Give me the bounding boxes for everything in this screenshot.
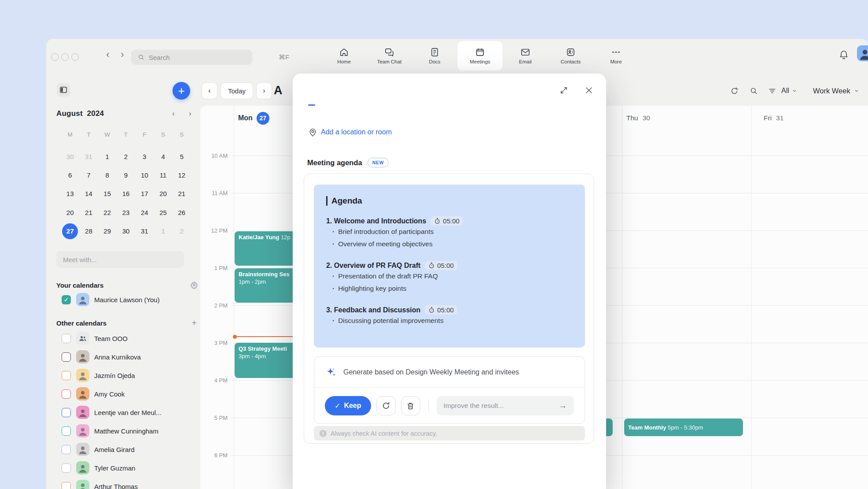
refresh-icon[interactable] bbox=[728, 84, 741, 97]
mini-calendar-day[interactable]: 31 bbox=[135, 222, 154, 241]
mini-calendar-day[interactable]: 17 bbox=[135, 185, 154, 203]
mini-calendar-day[interactable]: 1 bbox=[154, 222, 172, 241]
window-close-button[interactable] bbox=[51, 53, 59, 61]
mini-calendar-day[interactable]: 11 bbox=[154, 166, 172, 184]
create-event-button[interactable]: + bbox=[173, 82, 190, 100]
mini-calendar-day[interactable]: 28 bbox=[79, 222, 98, 241]
calendar-prev-button[interactable]: ‹ bbox=[202, 82, 217, 99]
tab-more[interactable]: More bbox=[593, 41, 639, 70]
mini-calendar-day[interactable]: 31 bbox=[79, 147, 98, 166]
mini-calendar-next-icon[interactable]: › bbox=[186, 109, 194, 118]
mini-calendar-day[interactable]: 8 bbox=[98, 166, 117, 184]
user-avatar[interactable] bbox=[857, 45, 868, 61]
calendar-row[interactable]: Tyler Guzman bbox=[46, 459, 200, 477]
add-calendar-plus-icon[interactable]: + bbox=[189, 318, 199, 328]
mini-calendar-day[interactable]: 10 bbox=[135, 166, 154, 184]
filter-all-dropdown[interactable]: All bbox=[781, 84, 797, 97]
search-events-icon[interactable] bbox=[747, 84, 760, 97]
mini-calendar-day[interactable]: 30 bbox=[117, 222, 135, 241]
mini-calendar-day[interactable]: 2 bbox=[117, 147, 135, 166]
calendar-settings-gear-icon[interactable] bbox=[189, 280, 199, 290]
mini-calendar-day[interactable]: 20 bbox=[154, 185, 172, 203]
calendar-row[interactable]: Arthur Thomas bbox=[46, 477, 200, 489]
expand-modal-icon[interactable] bbox=[559, 85, 569, 96]
add-location-link[interactable]: Add a location or room bbox=[321, 128, 392, 136]
mini-calendar-day[interactable]: 27 bbox=[61, 222, 79, 241]
calendar-row[interactable]: Jazmín Ojeda bbox=[46, 366, 200, 385]
regenerate-button[interactable] bbox=[376, 396, 396, 415]
mini-calendar-day[interactable]: 15 bbox=[98, 185, 117, 203]
mini-calendar-day[interactable]: 30 bbox=[61, 147, 79, 166]
mini-calendar-day[interactable]: 13 bbox=[61, 185, 79, 203]
checkbox[interactable] bbox=[62, 463, 71, 473]
checkbox[interactable] bbox=[62, 389, 71, 399]
calendar-row[interactable]: Leentje van der Meul... bbox=[46, 403, 200, 422]
duration-chip[interactable]: 05:00 bbox=[425, 305, 457, 315]
history-back-button[interactable]: ‹ bbox=[102, 47, 114, 62]
history-forward-button[interactable]: › bbox=[116, 47, 129, 62]
meet-with-input[interactable]: Meet with... bbox=[56, 251, 184, 268]
tab-home[interactable]: Home bbox=[321, 41, 367, 70]
checkbox[interactable] bbox=[62, 426, 71, 436]
mini-calendar-day[interactable]: 20 bbox=[61, 203, 79, 222]
window-zoom-button[interactable] bbox=[71, 53, 79, 61]
mini-calendar-day[interactable]: 26 bbox=[173, 203, 191, 222]
mini-calendar-day[interactable]: 5 bbox=[173, 147, 191, 166]
close-modal-icon[interactable] bbox=[584, 85, 594, 96]
today-button[interactable]: Today bbox=[221, 82, 253, 99]
duration-chip[interactable]: 05:00 bbox=[425, 261, 457, 270]
checkbox[interactable] bbox=[62, 334, 71, 343]
mini-calendar-day[interactable]: 9 bbox=[117, 166, 135, 184]
mini-calendar-day[interactable]: 1 bbox=[98, 147, 117, 166]
mini-calendar-day[interactable]: 7 bbox=[79, 166, 98, 184]
mini-calendar-day[interactable]: 2 bbox=[173, 222, 191, 241]
notifications-bell-icon[interactable] bbox=[838, 47, 850, 62]
calendar-row-owner[interactable]: ✓ Maurice Lawson (You) bbox=[46, 290, 200, 309]
tab-docs[interactable]: Docs bbox=[412, 41, 457, 70]
mini-calendar-day[interactable]: 3 bbox=[135, 147, 154, 166]
tab-team-chat[interactable]: Team Chat bbox=[367, 41, 412, 70]
calendar-row[interactable]: Amelia Girard bbox=[46, 440, 200, 459]
calendar-row[interactable]: Matthew Cunningham bbox=[46, 422, 200, 440]
checkbox[interactable] bbox=[62, 445, 71, 454]
delete-button[interactable] bbox=[401, 396, 420, 415]
mini-calendar-day[interactable]: 4 bbox=[154, 147, 172, 166]
checkbox[interactable] bbox=[62, 371, 71, 380]
mini-calendar-day[interactable]: 12 bbox=[173, 166, 191, 184]
mini-calendar-day[interactable]: 14 bbox=[79, 185, 98, 203]
calendar-row[interactable]: Amy Cook bbox=[46, 385, 200, 403]
tab-contacts[interactable]: Contacts bbox=[548, 41, 593, 70]
submit-arrow-icon[interactable]: → bbox=[559, 401, 567, 411]
tab-meetings[interactable]: Meetings bbox=[457, 41, 503, 70]
calendar-row[interactable]: Team OOO bbox=[46, 329, 200, 348]
mini-calendar-day[interactable]: 21 bbox=[79, 203, 98, 222]
location-row[interactable]: Add a location or room bbox=[308, 126, 392, 138]
mini-calendar-prev-icon[interactable]: ‹ bbox=[169, 109, 177, 118]
checkbox[interactable] bbox=[62, 408, 71, 417]
mini-calendar-day[interactable]: 6 bbox=[61, 166, 79, 184]
global-search-input[interactable]: Search ⌘F bbox=[131, 50, 252, 65]
calendar-next-button[interactable]: › bbox=[256, 82, 272, 99]
keep-button[interactable]: ✓ Keep bbox=[325, 396, 371, 415]
improve-result-input[interactable]: Improve the result... → bbox=[437, 396, 574, 415]
mini-calendar-day[interactable]: 21 bbox=[173, 185, 191, 203]
event-team-monthly[interactable]: Team Monthly 5pm - 5:30pm bbox=[624, 419, 743, 436]
info-icon: ! bbox=[320, 430, 327, 437]
sidebar-toggle-icon[interactable] bbox=[57, 83, 70, 96]
view-selector-dropdown[interactable]: Work Week bbox=[813, 84, 859, 97]
window-minimize-button[interactable] bbox=[61, 53, 69, 61]
checkbox[interactable] bbox=[62, 482, 71, 489]
calendar-row[interactable]: Anna Kurnikova bbox=[46, 348, 200, 366]
checkbox-checked[interactable]: ✓ bbox=[62, 295, 71, 304]
duration-chip[interactable]: 05:00 bbox=[430, 216, 463, 226]
tab-email[interactable]: Email bbox=[503, 41, 548, 70]
mini-calendar-day[interactable]: 25 bbox=[154, 203, 172, 222]
checkbox[interactable] bbox=[62, 352, 71, 362]
mini-calendar-day[interactable]: 23 bbox=[117, 203, 135, 222]
filter-icon[interactable] bbox=[765, 84, 779, 97]
mini-calendar-day[interactable]: 29 bbox=[98, 222, 117, 241]
mini-calendar-day[interactable]: 22 bbox=[98, 203, 117, 222]
mini-calendar-day[interactable]: 16 bbox=[117, 185, 135, 203]
agenda-editor[interactable]: Agenda 1. Welcome and Introductions 05:0… bbox=[314, 185, 585, 348]
mini-calendar-day[interactable]: 24 bbox=[135, 203, 154, 222]
